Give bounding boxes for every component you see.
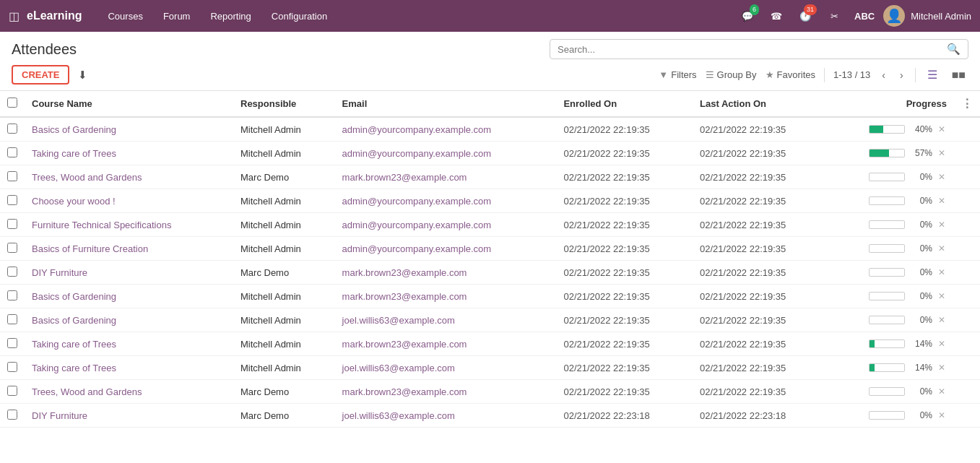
nav-courses[interactable]: Courses (99, 7, 151, 26)
progress-pct: 14% (909, 363, 932, 373)
next-page-button[interactable]: › (897, 68, 906, 82)
cell-course-name[interactable]: Basics of Gardening (25, 285, 233, 308)
cell-course-name[interactable]: DIY Furniture (25, 404, 233, 428)
cell-email[interactable]: mark.brown23@example.com (335, 332, 557, 356)
row-checkbox[interactable] (7, 314, 17, 324)
row-checkbox[interactable] (7, 243, 17, 253)
delete-row-button[interactable]: ✕ (937, 123, 947, 136)
group-by-button[interactable]: ☰ Group By (706, 69, 757, 80)
cell-email[interactable]: mark.brown23@example.com (335, 380, 557, 404)
cell-responsible: Mitchell Admin (233, 356, 335, 380)
progress-pct: 0% (909, 267, 932, 277)
row-checkbox[interactable] (7, 147, 17, 157)
row-checkbox[interactable] (7, 171, 17, 181)
scissors-icon-btn[interactable]: ✂ (823, 4, 846, 27)
delete-row-button[interactable]: ✕ (937, 242, 947, 255)
cell-course-name[interactable]: DIY Furniture (25, 261, 233, 285)
search-input[interactable] (558, 44, 947, 55)
cell-course-name[interactable]: Taking care of Trees (25, 356, 233, 380)
cell-course-name[interactable]: Furniture Technical Specifications (25, 213, 233, 237)
progress-pct: 0% (909, 291, 932, 301)
kanban-view-button[interactable]: ■■ (949, 67, 968, 83)
cell-last-action: 02/21/2022 22:19:35 (693, 213, 829, 237)
create-button[interactable]: CREATE (12, 65, 69, 85)
cell-email[interactable]: joel.willis63@example.com (335, 308, 557, 332)
cell-last-action: 02/21/2022 22:19:35 (693, 380, 829, 404)
cell-course-name[interactable]: Taking care of Trees (25, 332, 233, 356)
delete-row-button[interactable]: ✕ (937, 409, 947, 422)
delete-row-button[interactable]: ✕ (937, 361, 947, 374)
nav-forum[interactable]: Forum (155, 7, 199, 26)
cell-email[interactable]: admin@yourcompany.example.com (335, 189, 557, 213)
cell-responsible: Marc Demo (233, 165, 335, 189)
cell-email[interactable]: mark.brown23@example.com (335, 165, 557, 189)
delete-row-button[interactable]: ✕ (937, 313, 947, 326)
select-all-checkbox[interactable] (7, 98, 17, 108)
row-checkbox[interactable] (7, 124, 17, 134)
cell-email[interactable]: joel.willis63@example.com (335, 356, 557, 380)
table-row: Trees, Wood and GardensMarc Demomark.bro… (0, 165, 980, 189)
cell-email[interactable]: mark.brown23@example.com (335, 285, 557, 308)
favorites-button[interactable]: ★ Favorites (766, 69, 815, 80)
options-icon[interactable]: ⋮ (961, 98, 973, 110)
cell-last-action: 02/21/2022 22:19:35 (693, 261, 829, 285)
cell-course-name[interactable]: Basics of Gardening (25, 308, 233, 332)
cell-email[interactable]: mark.brown23@example.com (335, 261, 557, 285)
phone-icon: ☎ (771, 11, 782, 22)
cell-email[interactable]: admin@yourcompany.example.com (335, 213, 557, 237)
cell-course-name[interactable]: Trees, Wood and Gardens (25, 380, 233, 404)
delete-row-button[interactable]: ✕ (937, 290, 947, 303)
chat-icon-btn[interactable]: 💬 6 (736, 4, 759, 27)
user-name[interactable]: Mitchell Admin (911, 11, 971, 22)
row-checkbox[interactable] (7, 290, 17, 300)
search-icon[interactable]: 🔍 (947, 43, 961, 56)
cell-email[interactable]: admin@yourcompany.example.com (335, 142, 557, 165)
cell-last-action: 02/21/2022 22:19:35 (693, 237, 829, 261)
brand-label[interactable]: eLearning (27, 9, 82, 22)
delete-row-button[interactable]: ✕ (937, 337, 947, 350)
abc-label: ABC (854, 11, 875, 22)
cell-enrolled-on: 02/21/2022 22:19:35 (556, 285, 693, 308)
avatar[interactable]: 👤 (883, 5, 905, 27)
delete-row-button[interactable]: ✕ (937, 194, 947, 207)
row-checkbox[interactable] (7, 219, 17, 229)
star-icon: ★ (766, 69, 774, 80)
list-view-button[interactable]: ☰ (924, 66, 940, 83)
progress-bar-wrap (869, 411, 905, 420)
cell-responsible: Marc Demo (233, 380, 335, 404)
cell-course-name[interactable]: Trees, Wood and Gardens (25, 165, 233, 189)
nav-configuration[interactable]: Configuration (263, 7, 336, 26)
cell-course-name[interactable]: Taking care of Trees (25, 142, 233, 165)
nav-reporting[interactable]: Reporting (201, 7, 259, 26)
cell-email[interactable]: admin@yourcompany.example.com (335, 237, 557, 261)
cell-email[interactable]: joel.willis63@example.com (335, 404, 557, 428)
cell-course-name[interactable]: Choose your wood ! (25, 189, 233, 213)
delete-row-button[interactable]: ✕ (937, 147, 947, 160)
prev-page-button[interactable]: ‹ (879, 68, 888, 82)
row-checkbox[interactable] (7, 267, 17, 277)
row-checkbox[interactable] (7, 410, 17, 420)
page-title: Attendees (12, 41, 550, 58)
activity-icon-btn[interactable]: 🕐 31 (794, 4, 817, 27)
download-button[interactable]: ⬇ (75, 66, 90, 85)
phone-icon-btn[interactable]: ☎ (765, 4, 788, 27)
cell-course-name[interactable]: Basics of Gardening (25, 117, 233, 142)
delete-row-button[interactable]: ✕ (937, 266, 947, 279)
cell-last-action: 02/21/2022 22:19:35 (693, 285, 829, 308)
cell-course-name[interactable]: Basics of Furniture Creation (25, 237, 233, 261)
cell-enrolled-on: 02/21/2022 22:19:35 (556, 332, 693, 356)
cell-email[interactable]: admin@yourcompany.example.com (335, 117, 557, 142)
delete-row-button[interactable]: ✕ (937, 385, 947, 398)
row-checkbox[interactable] (7, 362, 17, 372)
delete-row-button[interactable]: ✕ (937, 218, 947, 231)
row-checkbox[interactable] (7, 338, 17, 348)
cell-enrolled-on: 02/21/2022 22:19:35 (556, 380, 693, 404)
row-checkbox[interactable] (7, 195, 17, 205)
filters-button[interactable]: ▼ Filters (659, 69, 696, 80)
cell-enrolled-on: 02/21/2022 22:19:35 (556, 117, 693, 142)
delete-row-button[interactable]: ✕ (937, 170, 947, 183)
grid-icon[interactable]: ◫ (9, 9, 19, 23)
cell-progress: 0% ✕ (829, 237, 954, 261)
cell-responsible: Mitchell Admin (233, 308, 335, 332)
row-checkbox[interactable] (7, 386, 17, 396)
